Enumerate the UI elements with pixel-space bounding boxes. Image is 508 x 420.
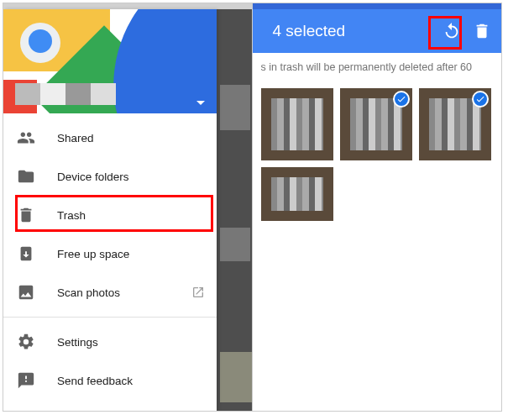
selected-check-icon — [393, 91, 410, 108]
feedback-icon — [17, 371, 35, 390]
menu-help[interactable]: Help — [3, 400, 217, 411]
navigation-drawer: Shared Device folders Trash Free up spac… — [3, 9, 217, 411]
menu-trash[interactable]: Trash — [3, 196, 217, 234]
trash-icon — [17, 206, 35, 224]
open-external-icon — [191, 286, 205, 299]
selection-appbar: 4 selected — [253, 9, 502, 53]
menu-scan-photos[interactable]: Scan photos — [3, 273, 217, 312]
gear-icon — [17, 333, 35, 351]
menu-label: Shared — [57, 132, 94, 144]
account-name — [15, 83, 116, 105]
menu-label: Device folders — [57, 171, 129, 183]
avatar[interactable] — [20, 23, 60, 63]
trash-info-text: s in trash will be permanently deleted a… — [253, 53, 502, 88]
menu-label: Free up space — [57, 248, 129, 260]
delete-icon[interactable] — [473, 22, 491, 40]
account-switch-icon[interactable] — [196, 101, 205, 105]
menu-shared[interactable]: Shared — [3, 118, 217, 157]
drawer-header — [3, 9, 217, 113]
menu-device-folders[interactable]: Device folders — [3, 157, 217, 196]
photo-thumb[interactable] — [261, 167, 333, 221]
menu-free-up-space[interactable]: Free up space — [3, 234, 217, 273]
free-space-icon — [17, 244, 35, 263]
photo-thumb[interactable] — [261, 88, 333, 160]
folder-icon — [17, 167, 35, 186]
menu-send-feedback[interactable]: Send feedback — [3, 361, 217, 400]
restore-icon[interactable] — [443, 22, 461, 40]
menu-label: Scan photos — [57, 286, 120, 299]
menu-settings[interactable]: Settings — [3, 323, 217, 361]
photo-grid — [253, 88, 502, 160]
people-icon — [17, 129, 35, 147]
selection-count: 4 selected — [273, 22, 432, 40]
scan-icon — [17, 283, 35, 302]
photo-thumb[interactable] — [340, 88, 412, 160]
menu-label: Trash — [57, 209, 86, 222]
photo-thumb[interactable] — [419, 88, 491, 160]
selected-check-icon — [472, 91, 489, 108]
menu-label: Send feedback — [57, 375, 133, 387]
help-icon — [17, 410, 35, 411]
menu-label: Settings — [57, 336, 98, 349]
